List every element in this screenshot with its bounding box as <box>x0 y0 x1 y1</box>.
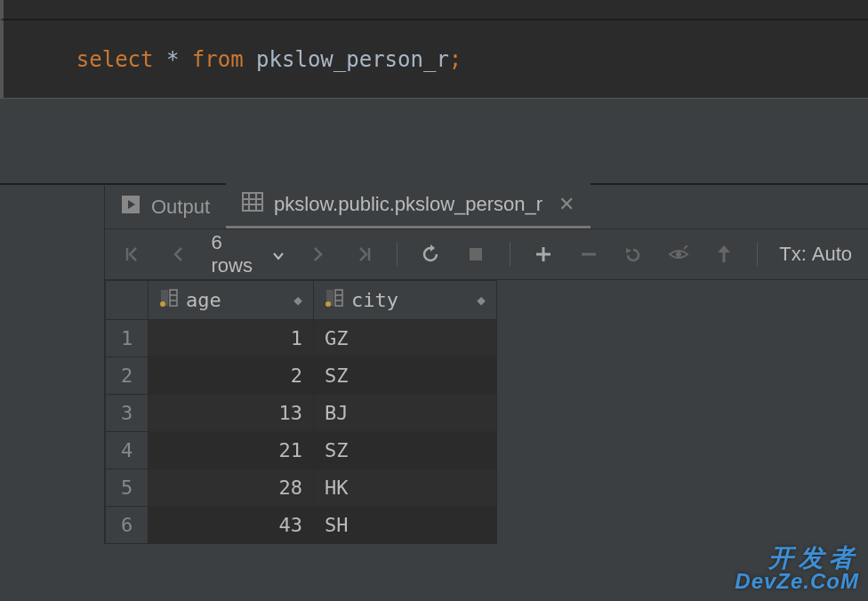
row-number[interactable]: 1 <box>106 320 149 357</box>
tx-mode-selector[interactable]: Tx: Auto <box>779 243 852 266</box>
table-row[interactable]: 11GZ <box>106 320 497 357</box>
row-number[interactable]: 6 <box>106 507 149 544</box>
editor-top-strip <box>0 0 868 20</box>
refresh-button[interactable] <box>419 242 443 267</box>
tab-output-label: Output <box>151 196 210 219</box>
preview-button[interactable] <box>667 242 691 267</box>
svg-rect-20 <box>170 290 177 306</box>
next-page-button[interactable] <box>306 242 330 267</box>
table-icon <box>242 192 263 217</box>
add-row-button[interactable] <box>531 242 555 267</box>
stop-button[interactable] <box>464 242 488 267</box>
svg-marker-9 <box>430 244 435 252</box>
table-row[interactable]: 313BJ <box>106 395 497 432</box>
column-city-label: city <box>351 289 470 311</box>
column-icon <box>159 288 179 312</box>
cell-age[interactable]: 21 <box>149 432 314 469</box>
result-tabs: Output pkslow.public.pkslow_person_r ✕ <box>105 184 868 228</box>
watermark-line1: 开发者 <box>735 546 859 571</box>
sort-icon[interactable]: ◆ <box>477 293 486 308</box>
toolbar-separator <box>510 242 510 267</box>
toolbar-separator <box>757 242 758 267</box>
commit-button[interactable] <box>712 242 736 267</box>
table-row[interactable]: 643SH <box>106 507 497 544</box>
first-page-button[interactable] <box>121 242 145 267</box>
cell-age[interactable]: 1 <box>149 320 314 357</box>
row-count-selector[interactable]: 6 rows <box>212 231 285 277</box>
cell-city[interactable]: GZ <box>314 320 497 357</box>
row-count-label: 6 rows <box>212 231 266 277</box>
results-table: age ◆ city <box>105 280 497 544</box>
svg-point-15 <box>676 252 681 257</box>
cell-age[interactable]: 28 <box>149 469 314 507</box>
column-age-label: age <box>186 289 286 311</box>
cell-city[interactable]: HK <box>314 469 497 507</box>
cell-age[interactable]: 43 <box>149 507 314 544</box>
row-number[interactable]: 5 <box>106 469 149 507</box>
last-page-button[interactable] <box>351 242 375 267</box>
run-icon <box>121 195 141 220</box>
table-row[interactable]: 528HK <box>106 469 497 507</box>
column-icon <box>325 288 344 312</box>
row-number[interactable]: 4 <box>106 432 149 469</box>
svg-marker-18 <box>718 245 730 252</box>
results-left-gutter <box>0 184 105 544</box>
svg-marker-14 <box>626 248 631 253</box>
tab-result-table[interactable]: pkslow.public.pkslow_person_r ✕ <box>226 183 591 228</box>
svg-point-23 <box>160 301 165 307</box>
cell-city[interactable]: SH <box>314 507 497 544</box>
close-icon[interactable]: ✕ <box>559 193 575 216</box>
row-number-header[interactable] <box>106 281 149 320</box>
cell-age[interactable]: 13 <box>149 395 314 432</box>
svg-line-16 <box>684 245 687 249</box>
table-row[interactable]: 22SZ <box>106 357 497 395</box>
sql-semicolon: ; <box>449 47 462 72</box>
tab-result-label: pkslow.public.pkslow_person_r <box>274 193 542 216</box>
column-header-city[interactable]: city ◆ <box>314 281 497 320</box>
cell-age[interactable]: 2 <box>149 357 314 395</box>
sql-editor[interactable]: select * from pkslow_person_r; <box>0 20 868 98</box>
revert-button[interactable] <box>622 242 646 267</box>
column-header-age[interactable]: age ◆ <box>149 281 314 320</box>
editor-results-divider <box>0 98 868 183</box>
prev-page-button[interactable] <box>166 242 190 267</box>
toolbar-separator <box>397 242 398 267</box>
svg-rect-10 <box>470 248 482 260</box>
tab-output[interactable]: Output <box>105 186 226 228</box>
watermark: 开发者 DevZe.CoM <box>735 546 859 592</box>
table-row[interactable]: 421SZ <box>106 432 497 469</box>
cell-city[interactable]: SZ <box>314 357 497 395</box>
row-number[interactable]: 2 <box>106 357 149 395</box>
sql-star: * <box>166 47 179 72</box>
tx-mode: Auto <box>812 243 852 266</box>
remove-row-button[interactable] <box>576 242 600 267</box>
row-number[interactable]: 3 <box>106 395 149 432</box>
watermark-line2: DevZe.CoM <box>735 571 859 592</box>
cell-city[interactable]: BJ <box>314 395 497 432</box>
svg-rect-2 <box>243 193 262 211</box>
cell-city[interactable]: SZ <box>314 432 497 469</box>
svg-rect-25 <box>335 290 342 306</box>
svg-point-28 <box>326 301 331 307</box>
sort-icon[interactable]: ◆ <box>293 293 302 308</box>
sql-keyword-from: from <box>192 47 244 72</box>
results-toolbar: 6 rows <box>105 228 868 280</box>
sql-table-name: pkslow_person_r <box>256 47 449 72</box>
sql-keyword-select: select <box>76 47 154 72</box>
tx-label: Tx: <box>779 243 807 266</box>
chevron-down-icon <box>272 243 285 266</box>
